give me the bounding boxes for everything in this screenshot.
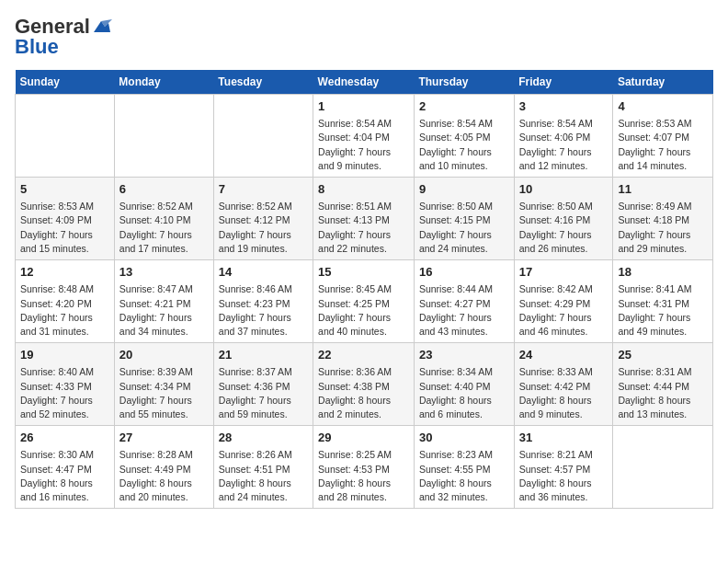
- calendar-cell: 26Sunrise: 8:30 AMSunset: 4:47 PMDayligh…: [16, 426, 115, 509]
- day-info: Sunrise: 8:34 AMSunset: 4:40 PMDaylight:…: [419, 365, 509, 421]
- day-number: 29: [318, 430, 409, 446]
- day-info: Sunrise: 8:54 AMSunset: 4:04 PMDaylight:…: [318, 117, 409, 173]
- logo-bird-icon: [92, 19, 112, 34]
- day-info: Sunrise: 8:36 AMSunset: 4:38 PMDaylight:…: [318, 365, 409, 421]
- day-info: Sunrise: 8:26 AMSunset: 4:51 PMDaylight:…: [219, 448, 308, 504]
- calendar-cell: 20Sunrise: 8:39 AMSunset: 4:34 PMDayligh…: [114, 343, 213, 426]
- calendar-cell: 31Sunrise: 8:21 AMSunset: 4:57 PMDayligh…: [514, 426, 613, 509]
- calendar-cell: 19Sunrise: 8:40 AMSunset: 4:33 PMDayligh…: [16, 343, 115, 426]
- day-info: Sunrise: 8:33 AMSunset: 4:42 PMDaylight:…: [519, 365, 609, 421]
- calendar-cell: 1Sunrise: 8:54 AMSunset: 4:04 PMDaylight…: [313, 95, 415, 178]
- calendar-cell: 23Sunrise: 8:34 AMSunset: 4:40 PMDayligh…: [414, 343, 514, 426]
- day-number: 8: [318, 181, 409, 198]
- day-number: 19: [20, 347, 109, 363]
- day-number: 9: [419, 181, 509, 198]
- day-info: Sunrise: 8:41 AMSunset: 4:31 PMDaylight:…: [618, 282, 708, 339]
- calendar-cell: 2Sunrise: 8:54 AMSunset: 4:05 PMDaylight…: [414, 95, 514, 178]
- day-info: Sunrise: 8:44 AMSunset: 4:27 PMDaylight:…: [419, 282, 509, 339]
- calendar-cell: [16, 95, 115, 178]
- calendar-cell: 30Sunrise: 8:23 AMSunset: 4:55 PMDayligh…: [414, 426, 514, 509]
- header-thursday: Thursday: [414, 70, 514, 95]
- day-number: 10: [519, 181, 609, 198]
- calendar-cell: 3Sunrise: 8:54 AMSunset: 4:06 PMDaylight…: [514, 95, 613, 178]
- calendar-cell: 8Sunrise: 8:51 AMSunset: 4:13 PMDaylight…: [313, 178, 415, 260]
- calendar-cell: 21Sunrise: 8:37 AMSunset: 4:36 PMDayligh…: [213, 343, 313, 426]
- day-info: Sunrise: 8:28 AMSunset: 4:49 PMDaylight:…: [119, 448, 209, 504]
- day-number: 6: [119, 181, 209, 198]
- day-number: 11: [618, 181, 708, 198]
- day-info: Sunrise: 8:52 AMSunset: 4:12 PMDaylight:…: [219, 200, 308, 256]
- header-sunday: Sunday: [16, 70, 115, 95]
- calendar-cell: 13Sunrise: 8:47 AMSunset: 4:21 PMDayligh…: [114, 260, 213, 343]
- day-info: Sunrise: 8:51 AMSunset: 4:13 PMDaylight:…: [318, 200, 409, 256]
- day-info: Sunrise: 8:37 AMSunset: 4:36 PMDaylight:…: [219, 365, 308, 421]
- day-info: Sunrise: 8:48 AMSunset: 4:20 PMDaylight:…: [20, 282, 109, 339]
- day-info: Sunrise: 8:23 AMSunset: 4:55 PMDaylight:…: [419, 448, 509, 504]
- calendar-table: SundayMondayTuesdayWednesdayThursdayFrid…: [15, 70, 713, 509]
- calendar-cell: 5Sunrise: 8:53 AMSunset: 4:09 PMDaylight…: [16, 178, 115, 260]
- day-info: Sunrise: 8:47 AMSunset: 4:21 PMDaylight:…: [119, 282, 209, 339]
- header-friday: Friday: [514, 70, 613, 95]
- calendar-cell: 27Sunrise: 8:28 AMSunset: 4:49 PMDayligh…: [114, 426, 213, 509]
- day-number: 13: [119, 264, 209, 281]
- day-number: 31: [519, 430, 609, 446]
- calendar-cell: 11Sunrise: 8:49 AMSunset: 4:18 PMDayligh…: [613, 178, 713, 260]
- calendar-cell: 10Sunrise: 8:50 AMSunset: 4:16 PMDayligh…: [514, 178, 613, 260]
- calendar-week-4: 19Sunrise: 8:40 AMSunset: 4:33 PMDayligh…: [16, 343, 713, 426]
- day-number: 16: [419, 264, 509, 281]
- page-header: General Blue: [15, 15, 713, 59]
- day-number: 1: [318, 98, 409, 115]
- calendar-week-3: 12Sunrise: 8:48 AMSunset: 4:20 PMDayligh…: [16, 260, 713, 343]
- calendar-cell: 14Sunrise: 8:46 AMSunset: 4:23 PMDayligh…: [213, 260, 313, 343]
- day-number: 25: [618, 347, 708, 363]
- calendar-cell: 17Sunrise: 8:42 AMSunset: 4:29 PMDayligh…: [514, 260, 613, 343]
- day-info: Sunrise: 8:39 AMSunset: 4:34 PMDaylight:…: [119, 365, 209, 421]
- calendar-cell: 16Sunrise: 8:44 AMSunset: 4:27 PMDayligh…: [414, 260, 514, 343]
- day-number: 20: [119, 347, 209, 363]
- day-number: 30: [419, 430, 509, 446]
- day-number: 3: [519, 98, 609, 115]
- day-info: Sunrise: 8:42 AMSunset: 4:29 PMDaylight:…: [519, 282, 609, 339]
- calendar-cell: 28Sunrise: 8:26 AMSunset: 4:51 PMDayligh…: [213, 426, 313, 509]
- header-saturday: Saturday: [613, 70, 713, 95]
- day-info: Sunrise: 8:40 AMSunset: 4:33 PMDaylight:…: [20, 365, 109, 421]
- day-number: 17: [519, 264, 609, 281]
- day-number: 18: [618, 264, 708, 281]
- day-number: 26: [20, 430, 109, 446]
- header-tuesday: Tuesday: [213, 70, 313, 95]
- calendar-cell: 15Sunrise: 8:45 AMSunset: 4:25 PMDayligh…: [313, 260, 415, 343]
- calendar-cell: 7Sunrise: 8:52 AMSunset: 4:12 PMDaylight…: [213, 178, 313, 260]
- day-number: 24: [519, 347, 609, 363]
- calendar-header-row: SundayMondayTuesdayWednesdayThursdayFrid…: [16, 70, 713, 95]
- day-number: 27: [119, 430, 209, 446]
- calendar-cell: 22Sunrise: 8:36 AMSunset: 4:38 PMDayligh…: [313, 343, 415, 426]
- day-number: 2: [419, 98, 509, 115]
- day-info: Sunrise: 8:50 AMSunset: 4:15 PMDaylight:…: [419, 200, 509, 256]
- day-info: Sunrise: 8:21 AMSunset: 4:57 PMDaylight:…: [519, 448, 609, 504]
- day-number: 7: [219, 181, 308, 198]
- day-number: 14: [219, 264, 308, 281]
- day-info: Sunrise: 8:46 AMSunset: 4:23 PMDaylight:…: [219, 282, 308, 339]
- day-info: Sunrise: 8:25 AMSunset: 4:53 PMDaylight:…: [318, 448, 409, 504]
- calendar-cell: [114, 95, 213, 178]
- day-number: 22: [318, 347, 409, 363]
- calendar-cell: 4Sunrise: 8:53 AMSunset: 4:07 PMDaylight…: [613, 95, 713, 178]
- calendar-week-1: 1Sunrise: 8:54 AMSunset: 4:04 PMDaylight…: [16, 95, 713, 178]
- day-number: 15: [318, 264, 409, 281]
- day-info: Sunrise: 8:53 AMSunset: 4:07 PMDaylight:…: [618, 117, 708, 173]
- logo: General Blue: [15, 15, 112, 59]
- day-number: 23: [419, 347, 509, 363]
- day-info: Sunrise: 8:50 AMSunset: 4:16 PMDaylight:…: [519, 200, 609, 256]
- calendar-cell: 24Sunrise: 8:33 AMSunset: 4:42 PMDayligh…: [514, 343, 613, 426]
- day-number: 28: [219, 430, 308, 446]
- calendar-cell: [613, 426, 713, 509]
- calendar-cell: 6Sunrise: 8:52 AMSunset: 4:10 PMDaylight…: [114, 178, 213, 260]
- logo-blue-text: Blue: [15, 35, 59, 59]
- day-number: 21: [219, 347, 308, 363]
- calendar-week-5: 26Sunrise: 8:30 AMSunset: 4:47 PMDayligh…: [16, 426, 713, 509]
- day-number: 4: [618, 98, 708, 115]
- day-info: Sunrise: 8:54 AMSunset: 4:05 PMDaylight:…: [419, 117, 509, 173]
- day-info: Sunrise: 8:54 AMSunset: 4:06 PMDaylight:…: [519, 117, 609, 173]
- calendar-cell: 9Sunrise: 8:50 AMSunset: 4:15 PMDaylight…: [414, 178, 514, 260]
- day-info: Sunrise: 8:45 AMSunset: 4:25 PMDaylight:…: [318, 282, 409, 339]
